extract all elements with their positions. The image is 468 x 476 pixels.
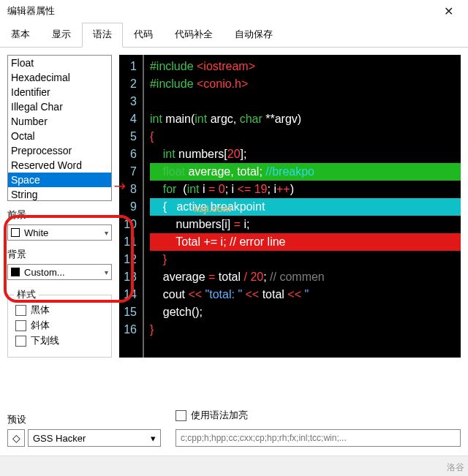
code-line: int main(int argc, char **argv) bbox=[144, 110, 461, 128]
tab-autosave[interactable]: 自动保存 bbox=[224, 23, 284, 48]
syntax-highlight-row[interactable]: 使用语法加亮 bbox=[176, 409, 461, 422]
line-number: 3 bbox=[124, 93, 137, 110]
window-title: 编辑器属性 bbox=[7, 4, 437, 18]
line-number: 1 bbox=[124, 58, 137, 75]
list-item[interactable]: Reserved Word bbox=[8, 158, 111, 173]
line-gutter: 12345678910111213141516 bbox=[119, 55, 144, 358]
background-section: 背景 Custom... ▾ bbox=[7, 248, 112, 280]
code-line: { bbox=[144, 128, 461, 146]
list-item[interactable]: Number bbox=[8, 114, 111, 129]
preset-section: 预设 ◇ GSS Hacker ▾ bbox=[7, 413, 161, 447]
floppy-icon: ◇ bbox=[12, 432, 20, 444]
list-item-selected[interactable]: Space bbox=[8, 173, 111, 187]
code-line: #include <iostream> bbox=[144, 58, 461, 75]
line-number: 11 bbox=[124, 233, 137, 251]
italic-label: 斜体 bbox=[31, 319, 50, 332]
line-number: 8 bbox=[124, 181, 137, 198]
list-item[interactable]: Octal bbox=[8, 129, 111, 143]
code-line: } bbox=[144, 251, 461, 268]
line-number: 9 bbox=[124, 198, 137, 216]
style-group-label: 样式 bbox=[14, 288, 39, 301]
code-line: for (int i = 0; i <= 19; i++) bbox=[144, 181, 461, 198]
line-number: 7 bbox=[124, 163, 137, 181]
code-line: Total += i; // error line bbox=[144, 233, 461, 251]
bold-row[interactable]: 黑体 bbox=[15, 303, 104, 317]
code-preview: 12345678910111213141516 #include <iostre… bbox=[119, 55, 461, 358]
list-item[interactable]: Illegal Char bbox=[8, 99, 111, 114]
underline-row[interactable]: 下划线 bbox=[15, 334, 104, 347]
background-dropdown[interactable]: Custom... ▾ bbox=[7, 264, 112, 280]
foreground-value: White bbox=[24, 227, 48, 238]
code-line: #include <conio.h> bbox=[144, 75, 461, 93]
bottom-right: 使用语法加亮 bbox=[176, 409, 461, 447]
tab-display[interactable]: 显示 bbox=[41, 23, 82, 48]
bottom-panel: 预设 ◇ GSS Hacker ▾ 使用语法加亮 bbox=[0, 409, 468, 454]
line-number: 10 bbox=[124, 216, 137, 233]
chevron-down-icon: ▾ bbox=[105, 268, 108, 276]
titlebar: 编辑器属性 ✕ bbox=[0, 0, 468, 22]
preset-action-button[interactable]: ◇ bbox=[7, 429, 25, 447]
dialog-footer bbox=[0, 456, 468, 476]
preset-value: GSS Hacker bbox=[33, 433, 86, 444]
close-icon[interactable]: ✕ bbox=[437, 4, 461, 18]
code-line: average = total / 20; // commen bbox=[144, 268, 461, 286]
style-group: 样式 黑体 斜体 下划线 bbox=[7, 295, 112, 358]
tab-syntax[interactable]: 语法 bbox=[82, 23, 123, 48]
line-number: 6 bbox=[124, 146, 137, 163]
checkbox-icon[interactable] bbox=[176, 410, 186, 421]
preset-dropdown[interactable]: GSS Hacker ▾ bbox=[28, 429, 161, 447]
code-line: getch(); bbox=[144, 303, 461, 321]
tab-basic[interactable]: 基本 bbox=[0, 23, 41, 48]
code-line: numbers[i] = i; bbox=[144, 216, 461, 233]
code-line: { active breakpoint bbox=[144, 198, 461, 216]
background-label: 背景 bbox=[7, 248, 112, 261]
checkbox-icon[interactable] bbox=[15, 305, 26, 316]
background-value: Custom... bbox=[24, 267, 65, 278]
list-item[interactable]: Hexadecimal bbox=[8, 70, 111, 85]
color-swatch-icon bbox=[11, 228, 20, 237]
preset-label: 预设 bbox=[7, 413, 161, 426]
code-line bbox=[144, 93, 461, 110]
foreground-dropdown[interactable]: White ▾ bbox=[7, 224, 112, 241]
line-number: 12 bbox=[124, 251, 137, 268]
line-number: 16 bbox=[124, 321, 137, 339]
line-number: 2 bbox=[124, 75, 137, 93]
color-swatch-icon bbox=[11, 268, 20, 276]
foreground-label: 前景 bbox=[7, 208, 112, 222]
underline-label: 下划线 bbox=[31, 334, 59, 347]
code-line: float average, total; //breakpo bbox=[144, 163, 461, 181]
code-line: } bbox=[144, 321, 461, 339]
tab-bar: 基本 显示 语法 代码 代码补全 自动保存 bbox=[0, 22, 468, 48]
line-number: 4 bbox=[124, 110, 137, 128]
left-panel: Float Hexadecimal Identifier Illegal Cha… bbox=[7, 55, 112, 358]
italic-row[interactable]: 斜体 bbox=[15, 319, 104, 332]
line-number: 14 bbox=[124, 286, 137, 303]
code-area: #include <iostream>#include <conio.h>int… bbox=[144, 55, 461, 358]
chevron-down-icon: ▾ bbox=[105, 229, 108, 237]
checkbox-icon[interactable] bbox=[15, 336, 26, 347]
bold-label: 黑体 bbox=[31, 303, 50, 317]
content-area: Float Hexadecimal Identifier Illegal Cha… bbox=[0, 48, 468, 365]
extensions-input[interactable] bbox=[176, 429, 461, 447]
checkbox-icon[interactable] bbox=[15, 320, 26, 331]
line-number: 15 bbox=[124, 303, 137, 321]
token-listbox[interactable]: Float Hexadecimal Identifier Illegal Cha… bbox=[7, 55, 112, 201]
syntax-highlight-label: 使用语法加亮 bbox=[191, 409, 248, 422]
code-line: cout << "total: " << total << " bbox=[144, 286, 461, 303]
line-number: 5 bbox=[124, 128, 137, 146]
list-item[interactable]: Preprocessor bbox=[8, 143, 111, 158]
line-number: 13 bbox=[124, 268, 137, 286]
list-item[interactable]: Float bbox=[8, 56, 111, 70]
chevron-down-icon: ▾ bbox=[151, 433, 156, 444]
code-line: int numbers[20]; bbox=[144, 146, 461, 163]
foreground-section: 前景 White ▾ bbox=[7, 208, 112, 241]
list-item[interactable]: String bbox=[8, 187, 111, 201]
tab-completion[interactable]: 代码补全 bbox=[164, 23, 224, 48]
list-item[interactable]: Identifier bbox=[8, 85, 111, 99]
tab-code[interactable]: 代码 bbox=[123, 23, 164, 48]
